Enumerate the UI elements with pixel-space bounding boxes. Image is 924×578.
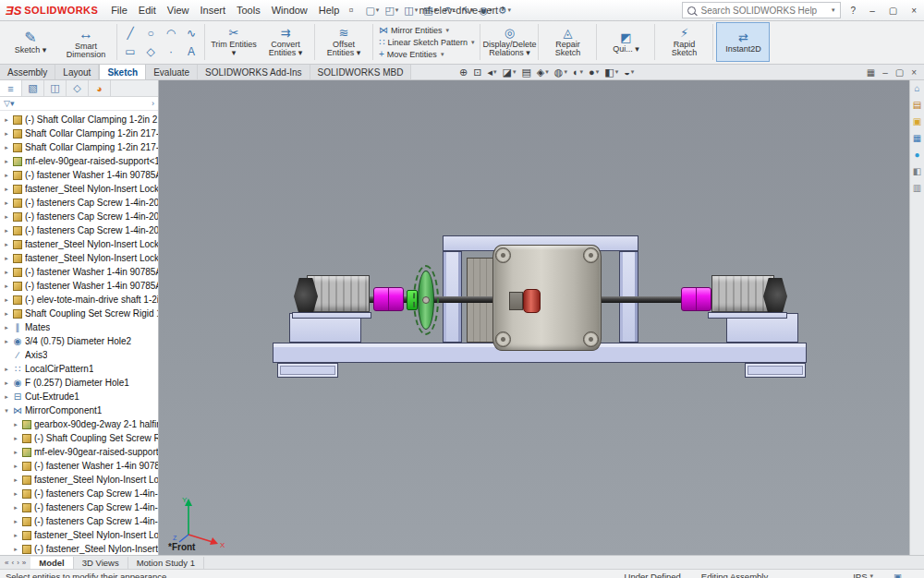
search-options-caret-icon[interactable]: ▾ <box>832 6 835 14</box>
previous-view-button[interactable]: ◂▾ <box>487 66 496 78</box>
tab-3d-views[interactable]: 3D Views <box>74 557 128 569</box>
tree-item[interactable]: ▸fastener_Steel Nylon-Insert Locknut... <box>0 251 158 265</box>
help-search-box[interactable]: ▾ <box>682 2 841 18</box>
linear-sketch-pattern-button[interactable]: ∷Linear Sketch Pattern▾ <box>376 37 477 48</box>
help-button[interactable]: ? <box>847 6 860 16</box>
collapsed-arrow-icon[interactable]: ▸ <box>3 130 10 138</box>
minimize-button[interactable]: – <box>866 6 879 16</box>
view-settings-button[interactable]: ◒▾ <box>624 66 634 78</box>
collapsed-arrow-icon[interactable]: ▸ <box>3 366 10 373</box>
collapsed-arrow-icon[interactable]: ▸ <box>3 379 10 387</box>
tab-solidworks-mbd[interactable]: SOLIDWORKS MBD <box>310 65 412 79</box>
tree-item[interactable]: ▸mf-elev-90gear-raised-support<1> <box>0 154 158 168</box>
tree-item[interactable]: ▸fastener_Steel Nylon-Insert Lockn... <box>0 473 158 487</box>
collapsed-arrow-icon[interactable]: ▸ <box>3 324 10 331</box>
drum-hub-block[interactable] <box>509 292 523 310</box>
drum-flange-bottom-right[interactable] <box>583 331 599 347</box>
collapsed-arrow-icon[interactable]: ▸ <box>3 393 10 401</box>
displaymanager-tab[interactable]: ◕ <box>89 80 111 96</box>
graphics-area[interactable]: Y X Z *Front <box>159 80 909 555</box>
panel-expand-arrow-icon[interactable]: › <box>152 99 154 108</box>
tree-item[interactable]: ∕Axis3 <box>0 348 158 362</box>
tree-item[interactable]: ▸gearbox-90deg-2way 2-1 halfin driv... <box>0 417 158 431</box>
sketch-button[interactable]: ✎Sketch ▾ <box>3 22 58 62</box>
line-tool-button[interactable]: ╱ <box>120 24 140 42</box>
menu-window[interactable]: Window <box>266 5 313 16</box>
next-tab-button[interactable]: › <box>17 559 19 567</box>
viewport-layout-icon[interactable]: ▦ <box>867 67 875 78</box>
tab-model[interactable]: Model <box>30 557 73 569</box>
arc-tool-button[interactable]: ◠ <box>161 24 181 42</box>
tree-item[interactable]: ▸(-) Shaft Coupling Set Screw Rigid 1... <box>0 431 158 445</box>
point-tool-button[interactable]: · <box>161 42 181 61</box>
help-search-input[interactable] <box>699 5 827 17</box>
sketch-text-tool-button[interactable]: A <box>181 42 201 61</box>
collapsed-arrow-icon[interactable]: ▸ <box>3 116 10 124</box>
dimxpertmanager-tab[interactable]: ◇ <box>67 80 89 96</box>
view-orientation-button[interactable]: ◈▾ <box>537 66 549 78</box>
configurationmanager-tab[interactable]: ◫ <box>44 80 67 96</box>
tab-assembly[interactable]: Assembly <box>0 65 55 79</box>
menu-view[interactable]: View <box>162 5 195 16</box>
new-document-button[interactable]: ▢▾ <box>362 5 382 17</box>
collapsed-arrow-icon[interactable]: ▸ <box>3 310 10 318</box>
menu-tools[interactable]: Tools <box>231 5 266 16</box>
tree-item[interactable]: ▸(-) fasteners Cap Screw 1-4in-20 Thread… <box>0 210 158 223</box>
restore-button[interactable]: ▢ <box>885 6 901 16</box>
tree-item[interactable]: ▸Shaft Collar Clamping 1-2in 217-2737<..… <box>0 126 158 140</box>
scenes-button[interactable]: ◧ <box>913 167 921 176</box>
tab-motion-study-1[interactable]: Motion Study 1 <box>128 557 204 569</box>
apply-scene-button[interactable]: ◧▾ <box>604 66 618 78</box>
dynamic-annotation-button[interactable]: ▤ <box>521 66 530 78</box>
resources-button[interactable]: ⌂ <box>914 84 919 93</box>
collapsed-arrow-icon[interactable]: ▸ <box>12 518 19 525</box>
collapsed-arrow-icon[interactable]: ▸ <box>12 435 19 442</box>
featuremanager-tree-tab[interactable]: ≡ <box>0 80 22 96</box>
tree-item[interactable]: ▸(-) fastener Washer 1-4in 90785A02... <box>0 459 158 473</box>
tree-item[interactable]: ▸⊟Cut-Extrude1 <box>0 390 158 403</box>
trim-entities-button[interactable]: ✂Trim Entities ▾ <box>208 22 260 62</box>
appearances-button[interactable]: ● <box>914 151 919 160</box>
repair-sketch-button[interactable]: ◬Repair Sketch <box>541 22 593 62</box>
tree-item[interactable]: ▸(-) fastener Washer 1-4in 90785A029<3..… <box>0 279 158 293</box>
move-entities-button[interactable]: +Move Entities▾ <box>376 49 477 60</box>
tree-item[interactable]: ▸(-) fasteners Cap Screw 1-4in-20 Thread… <box>0 223 158 237</box>
tree-item[interactable]: ▸fastener_Steel Nylon-Insert Locknut... <box>0 237 158 251</box>
collapsed-arrow-icon[interactable]: ▸ <box>3 158 10 165</box>
tree-item[interactable]: ▸fastener_Steel Nylon-Insert Lockn... <box>0 528 158 542</box>
collapsed-arrow-icon[interactable]: ▸ <box>3 172 10 179</box>
minimize-document-icon[interactable]: – <box>882 67 888 78</box>
tab-sketch[interactable]: Sketch <box>99 64 146 79</box>
foot-left[interactable] <box>277 363 338 378</box>
last-tab-button[interactable]: » <box>22 559 26 567</box>
tree-item[interactable]: ▸Shaft Collar Clamping 1-2in 217-2737<..… <box>0 140 158 154</box>
coupling-magenta-left[interactable] <box>373 287 404 311</box>
collapsed-arrow-icon[interactable]: ▸ <box>3 338 10 345</box>
tab-layout[interactable]: Layout <box>55 65 99 79</box>
collapsed-arrow-icon[interactable]: ▸ <box>12 490 19 498</box>
polygon-tool-button[interactable]: ◇ <box>140 42 161 61</box>
restore-document-icon[interactable]: ▢ <box>895 67 904 78</box>
view-palette-button[interactable]: ▦ <box>913 134 921 143</box>
previous-tab-button[interactable]: ‹ <box>11 559 14 567</box>
collapsed-arrow-icon[interactable]: ▸ <box>12 449 19 456</box>
tree-item[interactable]: ▸mf-elev-90gear-raised-support<... <box>0 445 158 459</box>
tree-item[interactable]: ▸(-) fastener Washer 1-4in 90785A029<1..… <box>0 168 158 182</box>
gearbox-mount-plate-right[interactable] <box>708 312 787 319</box>
display-style-button[interactable]: ◍▾ <box>554 66 567 78</box>
collapsed-arrow-icon[interactable]: ▸ <box>3 296 10 304</box>
collapsed-arrow-icon[interactable]: ▸ <box>12 463 19 470</box>
tree-item[interactable]: ▸(-) fastener_Steel Nylon-Insert Lockn..… <box>0 542 158 555</box>
propertymanager-tab[interactable]: ▧ <box>22 80 44 96</box>
tree-item[interactable]: ▸(-) fasteners Cap Screw 1-4in-20 Thread… <box>0 196 158 210</box>
tree-item[interactable]: ▸fastener_Steel Nylon-Insert Locknut... <box>0 182 158 196</box>
tab-evaluate[interactable]: Evaluate <box>146 65 198 79</box>
collapsed-arrow-icon[interactable]: ▸ <box>3 283 10 290</box>
zoom-fit-button[interactable]: ⊕ <box>459 66 468 78</box>
pin-icon[interactable]: ¤ <box>345 6 357 15</box>
tree-item[interactable]: ▸(-) fasteners Cap Screw 1-4in-20 Thr... <box>0 487 158 500</box>
collapsed-arrow-icon[interactable]: ▸ <box>3 255 10 262</box>
expanded-arrow-icon[interactable]: ▾ <box>3 407 10 415</box>
collapsed-arrow-icon[interactable]: ▸ <box>12 504 19 512</box>
collapsed-arrow-icon[interactable]: ▸ <box>12 546 19 553</box>
